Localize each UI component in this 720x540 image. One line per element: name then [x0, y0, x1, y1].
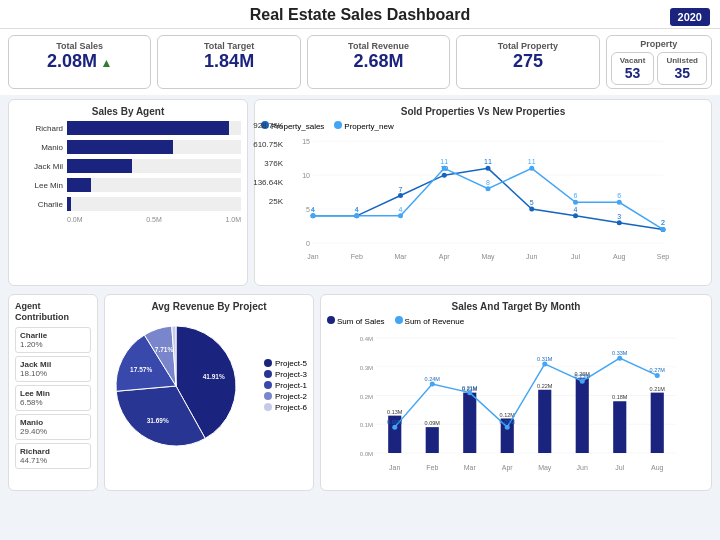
total-revenue-value: 2.68M: [318, 51, 439, 72]
year-badge: 2020: [670, 8, 710, 26]
svg-point-47: [573, 200, 578, 205]
svg-text:Aug: Aug: [613, 253, 626, 261]
property-group: Property Vacant 53 Unlisted 35: [606, 35, 712, 89]
svg-text:5: 5: [530, 199, 534, 206]
pie-legend-label: Project-2: [275, 392, 307, 401]
svg-point-41: [442, 166, 447, 171]
svg-text:Jun: Jun: [526, 253, 537, 260]
svg-rect-77: [426, 427, 439, 453]
total-revenue-card: Total Revenue 2.68M: [307, 35, 450, 89]
svg-text:11: 11: [528, 158, 536, 165]
svg-text:Feb: Feb: [426, 464, 438, 471]
sales-target-legend: Sum of Sales Sum of Revenue: [327, 316, 705, 326]
bar-row: Richard 928.76K: [15, 121, 241, 135]
unlisted-card: Unlisted 35: [657, 52, 707, 85]
contribution-list: Charlie1.20%Jack Mil18.10%Lee Min6.58%Ma…: [15, 327, 91, 469]
contrib-pct: 18.10%: [20, 369, 86, 378]
svg-text:15: 15: [302, 138, 310, 145]
total-sales-value: 2.08M: [19, 51, 140, 72]
svg-point-21: [398, 193, 403, 198]
bar-fill: [67, 140, 173, 154]
page-title: Real Estate Sales Dashboard: [0, 6, 720, 24]
svg-point-25: [486, 166, 491, 171]
svg-text:May: May: [538, 464, 552, 472]
svg-point-37: [354, 213, 359, 218]
pie-legend-item: Project-1: [264, 381, 307, 390]
sales-by-agent-chart: Sales By Agent Richard 928.76K Manio 610…: [8, 99, 248, 286]
bar-value: 610.75K: [253, 140, 283, 149]
contribution-item: Lee Min6.58%: [15, 385, 91, 411]
bar-container: 928.76K: [67, 121, 241, 135]
agent-contribution-title: Agent Contribution: [15, 301, 91, 323]
svg-point-105: [655, 373, 660, 378]
svg-text:0.22M: 0.22M: [537, 383, 553, 389]
pie-legend-dot: [264, 370, 272, 378]
contrib-name: Lee Min: [20, 389, 86, 398]
property-group-label: Property: [611, 39, 707, 49]
svg-text:Jul: Jul: [571, 253, 580, 260]
pie-legend-label: Project-1: [275, 381, 307, 390]
svg-text:0: 0: [306, 240, 310, 247]
svg-text:10: 10: [302, 172, 310, 179]
svg-point-49: [617, 200, 622, 205]
svg-point-99: [542, 361, 547, 366]
pie-legend-item: Project-2: [264, 392, 307, 401]
svg-text:0.3M: 0.3M: [360, 365, 373, 371]
svg-text:0.18M: 0.18M: [612, 394, 628, 400]
svg-point-93: [430, 382, 435, 387]
svg-text:0.33M: 0.33M: [612, 350, 628, 356]
svg-text:0.09M: 0.09M: [425, 420, 441, 426]
sales-target-svg: 0.0M0.1M0.2M0.3M0.4MJanFebMarAprMayJunJu…: [327, 328, 705, 478]
svg-text:Feb: Feb: [351, 253, 363, 260]
svg-text:2: 2: [661, 219, 665, 226]
svg-text:8: 8: [486, 179, 490, 186]
contrib-name: Jack Mil: [20, 360, 86, 369]
svg-text:5: 5: [306, 206, 310, 213]
svg-text:41.91%: 41.91%: [203, 373, 225, 380]
bar-label: Richard: [15, 124, 63, 133]
pie-legend-item: Project-5: [264, 359, 307, 368]
sold-vs-new-title: Sold Properties Vs New Properties: [261, 106, 705, 117]
total-property-value: 275: [467, 51, 588, 72]
svg-text:4: 4: [355, 206, 359, 213]
bar-label: Manio: [15, 143, 63, 152]
svg-text:Apr: Apr: [439, 253, 451, 261]
total-target-card: Total Target 1.84M: [157, 35, 300, 89]
contrib-pct: 29.40%: [20, 427, 86, 436]
bar-container: 610.75K: [67, 140, 241, 154]
vacant-value: 53: [620, 65, 646, 81]
svg-rect-83: [538, 390, 551, 453]
svg-text:7.71%: 7.71%: [155, 346, 174, 353]
svg-text:0.21M: 0.21M: [650, 386, 666, 392]
pie-legend-label: Project-5: [275, 359, 307, 368]
bar-label: Charlie: [15, 200, 63, 209]
pie-legend: Project-5Project-3Project-1Project-2Proj…: [264, 359, 307, 414]
svg-point-103: [617, 356, 622, 361]
svg-text:0.1M: 0.1M: [360, 422, 373, 428]
bar-value: 25K: [269, 197, 283, 206]
contrib-pct: 1.20%: [20, 340, 86, 349]
x-axis: 0.0M 0.5M 1.0M: [67, 216, 241, 223]
pie-legend-item: Project-3: [264, 370, 307, 379]
svg-point-97: [505, 425, 510, 430]
pie-legend-dot: [264, 359, 272, 367]
svg-text:0.13M: 0.13M: [387, 409, 403, 415]
pie-legend-dot: [264, 381, 272, 389]
contribution-item: Richard44.71%: [15, 443, 91, 469]
svg-point-31: [617, 220, 622, 225]
bar-value: 376K: [264, 159, 283, 168]
bar-row: Jack Mil 376K: [15, 159, 241, 173]
svg-text:0.0M: 0.0M: [360, 451, 373, 457]
bar-row: Charlie 25K: [15, 197, 241, 211]
svg-text:11: 11: [440, 158, 448, 165]
svg-point-91: [392, 425, 397, 430]
svg-point-29: [573, 213, 578, 218]
sales-by-agent-title: Sales By Agent: [15, 106, 241, 117]
contrib-name: Charlie: [20, 331, 86, 340]
agent-contribution-panel: Agent Contribution Charlie1.20%Jack Mil1…: [8, 294, 98, 491]
svg-text:Jul: Jul: [615, 464, 624, 471]
contrib-pct: 6.58%: [20, 398, 86, 407]
svg-rect-87: [613, 401, 626, 453]
svg-rect-89: [651, 393, 664, 453]
vacant-label: Vacant: [620, 56, 646, 65]
